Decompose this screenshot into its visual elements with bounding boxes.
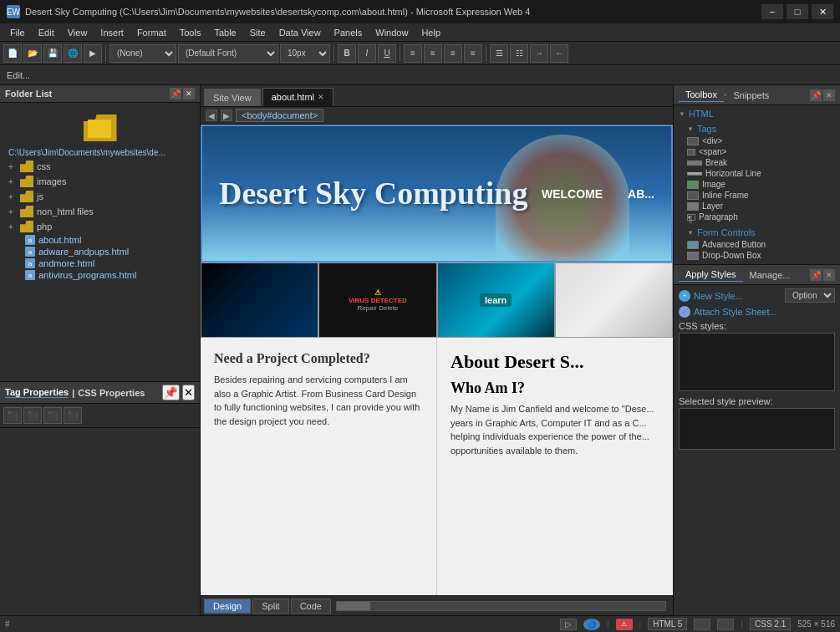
apply-styles-tab[interactable]: Apply Styles xyxy=(679,268,743,282)
apply-styles-close-button[interactable]: ✕ xyxy=(823,269,835,281)
tree-item-css[interactable]: + css xyxy=(5,159,195,174)
thumbnail-3: learn xyxy=(437,262,555,338)
prop-pin-button[interactable]: 📌 xyxy=(162,385,180,400)
menu-data-view[interactable]: Data View xyxy=(272,26,328,39)
menu-edit[interactable]: Edit xyxy=(32,26,61,39)
h-scrollbar[interactable] xyxy=(336,601,666,611)
item-hr[interactable]: Horizontal Line xyxy=(674,168,840,179)
tags-header[interactable]: ▼ Tags xyxy=(674,122,840,135)
nav-left-arrow[interactable]: ◀ xyxy=(206,110,217,121)
item-advanced-button[interactable]: Advanced Button xyxy=(674,239,840,250)
publish-button[interactable]: 🌐 xyxy=(64,44,82,63)
css-properties-tab[interactable]: CSS Properties xyxy=(78,388,145,398)
form-controls-header[interactable]: ▼ Form Controls xyxy=(674,226,840,239)
edit-link[interactable]: Edit... xyxy=(7,70,30,80)
prop-btn-2[interactable]: ⬛ xyxy=(23,407,42,424)
italic-button[interactable]: I xyxy=(358,44,376,63)
attach-stylesheet-link[interactable]: 📎 Attach Style Sheet... xyxy=(679,306,835,318)
item-span[interactable]: <span> xyxy=(674,146,840,157)
item-div[interactable]: <div> xyxy=(674,135,840,146)
folder-pin-button[interactable]: 📌 xyxy=(170,88,181,99)
file-adware[interactable]: a adware_andpups.html xyxy=(5,246,195,257)
menu-panels[interactable]: Panels xyxy=(328,26,369,39)
tab-about-html[interactable]: about.html ✕ xyxy=(262,88,333,106)
item-dropdown[interactable]: Drop-Down Box xyxy=(674,250,840,261)
item-layer[interactable]: Layer xyxy=(674,201,840,212)
toolbox-tab[interactable]: Toolbox xyxy=(679,88,724,102)
list-button[interactable]: ☰ xyxy=(490,44,508,63)
bold-button[interactable]: B xyxy=(338,44,356,63)
style-preview-box xyxy=(679,408,835,450)
format-dropdown[interactable]: (None) xyxy=(109,44,176,63)
snippets-tab[interactable]: Snippets xyxy=(726,89,776,102)
tab-code[interactable]: Code xyxy=(291,599,331,614)
menu-help[interactable]: Help xyxy=(415,26,447,39)
paragraph-icon: ¶ xyxy=(687,214,695,221)
menu-window[interactable]: Window xyxy=(369,26,415,39)
item-break[interactable]: Break xyxy=(674,157,840,168)
menu-bar: File Edit View Insert Format Tools Table… xyxy=(0,23,840,42)
align-left-button[interactable]: ≡ xyxy=(404,44,422,63)
file-about[interactable]: a about.html xyxy=(5,234,195,246)
folder-icon-nonhtml xyxy=(20,206,33,217)
indent-button[interactable]: → xyxy=(530,44,548,63)
toolbox-close-button[interactable]: ✕ xyxy=(823,89,835,101)
prop-btn-4[interactable]: ⬛ xyxy=(64,407,82,424)
align-center-button[interactable]: ≡ xyxy=(424,44,442,63)
tab-close-icon[interactable]: ✕ xyxy=(318,93,324,101)
item-iframe[interactable]: Inline Frame xyxy=(674,190,840,201)
tab-split[interactable]: Split xyxy=(252,599,288,614)
menu-file[interactable]: File xyxy=(3,26,32,39)
menu-site[interactable]: Site xyxy=(243,26,272,39)
size-dropdown[interactable]: 10px xyxy=(280,44,330,63)
align-justify-button[interactable]: ≡ xyxy=(464,44,482,63)
separator-3 xyxy=(400,45,400,62)
minimize-button[interactable]: − xyxy=(761,4,783,19)
file-andmore[interactable]: a andmore.html xyxy=(5,257,195,269)
nav-right-arrow[interactable]: ▶ xyxy=(221,110,232,121)
tree-item-js[interactable]: + js xyxy=(5,189,195,204)
left-panel: Folder List 📌 ✕ C:\Users\Jim\Documents\m… xyxy=(0,85,201,615)
tab-design[interactable]: Design xyxy=(204,599,251,614)
new-style-link[interactable]: + New Style... Options ▾ xyxy=(679,288,835,303)
prop-btn-1[interactable]: ⬛ xyxy=(3,407,22,424)
menu-format[interactable]: Format xyxy=(130,26,173,39)
apply-styles-pin-button[interactable]: 📌 xyxy=(810,269,822,281)
menu-tools[interactable]: Tools xyxy=(173,26,208,39)
item-paragraph[interactable]: ¶ Paragraph xyxy=(674,212,840,222)
close-button[interactable]: ✕ xyxy=(812,4,833,19)
menu-table[interactable]: Table xyxy=(207,26,242,39)
folder-close-button[interactable]: ✕ xyxy=(183,88,195,99)
toolbox-pin-button[interactable]: 📌 xyxy=(810,89,822,101)
h-scroll-thumb[interactable] xyxy=(337,602,370,610)
save-button[interactable]: 💾 xyxy=(43,44,62,63)
tag-properties-tab[interactable]: Tag Properties xyxy=(5,387,69,398)
font-dropdown[interactable]: (Default Font) xyxy=(178,44,278,63)
underline-button[interactable]: U xyxy=(378,44,396,63)
maximize-button[interactable]: □ xyxy=(787,4,808,19)
tree-item-nonhtml[interactable]: + non_html files xyxy=(5,204,195,219)
prop-close-button[interactable]: ✕ xyxy=(182,385,195,400)
options-dropdown[interactable]: Options ▾ xyxy=(785,288,835,303)
toolbox-html-section: ▼ HTML ▼ Tags <div> <span> Break xyxy=(674,105,840,264)
tree-item-php[interactable]: + php xyxy=(5,219,195,234)
html-section-header[interactable]: ▼ HTML xyxy=(674,107,840,120)
preview-button[interactable]: ▶ xyxy=(84,44,102,63)
new-button[interactable]: 📄 xyxy=(3,44,22,63)
file-antivirus[interactable]: a antivirus_programs.html xyxy=(5,269,195,281)
ordered-list-button[interactable]: ☷ xyxy=(510,44,528,63)
manage-tab[interactable]: Manage... xyxy=(743,268,797,282)
open-button[interactable]: 📂 xyxy=(23,44,42,63)
menu-view[interactable]: View xyxy=(61,26,94,39)
item-image[interactable]: Image xyxy=(674,179,840,190)
outdent-button[interactable]: ← xyxy=(550,44,568,63)
tree-item-images[interactable]: + images xyxy=(5,174,195,189)
align-right-button[interactable]: ≡ xyxy=(444,44,462,63)
attach-icon: 📎 xyxy=(679,306,690,318)
prop-btn-3[interactable]: ⬛ xyxy=(43,407,62,424)
layer-icon xyxy=(687,202,699,211)
breadcrumb[interactable]: <body#document> xyxy=(236,109,323,122)
tab-site-view[interactable]: Site View xyxy=(204,89,261,106)
main-layout: Folder List 📌 ✕ C:\Users\Jim\Documents\m… xyxy=(0,85,840,615)
menu-insert[interactable]: Insert xyxy=(94,26,130,39)
